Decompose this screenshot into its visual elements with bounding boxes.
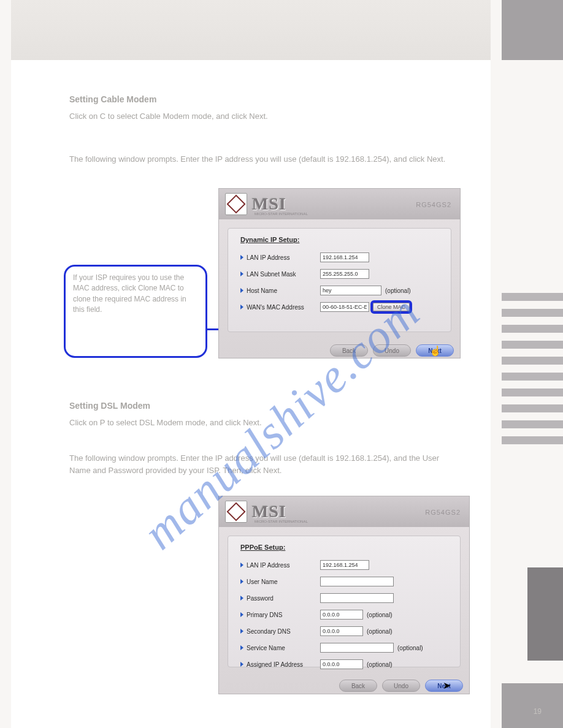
msi-logo-icon	[225, 193, 247, 215]
label-wan-mac: WAN's MAC Address	[247, 304, 320, 311]
bullet-icon	[240, 579, 243, 584]
label-user: User Name	[247, 578, 320, 585]
input-assigned[interactable]	[320, 659, 363, 669]
msi-brand-text: MSI	[252, 502, 286, 521]
input-user[interactable]	[320, 577, 394, 586]
input-subnet[interactable]	[320, 269, 369, 279]
stripe	[502, 389, 563, 396]
sidebar-top-block	[502, 0, 563, 60]
bullet-icon	[240, 596, 243, 601]
page-number: 19	[534, 707, 542, 716]
input-pdns[interactable]	[320, 610, 363, 620]
button-row: Back Undo Next	[219, 676, 469, 694]
clone-mac-button[interactable]: Clone MAC	[373, 303, 410, 311]
row-pdns: Primary DNS (optional)	[240, 609, 448, 620]
callout-text: If your ISP requires you to use the MAC …	[73, 273, 186, 314]
undo-button[interactable]: Undo	[382, 680, 420, 692]
optional-label: (optional)	[397, 645, 423, 651]
bullet-icon	[240, 288, 243, 293]
undo-button[interactable]: Undo	[373, 344, 411, 357]
bullet-icon	[240, 612, 243, 617]
bullet-icon	[240, 629, 243, 634]
row-user: User Name	[240, 576, 448, 587]
label-lan-ip: LAN IP Address	[247, 562, 320, 569]
bullet-icon	[240, 645, 243, 650]
pppoe-panel: PPPoE Setup: LAN IP Address User Name Pa…	[228, 536, 461, 667]
bullet-icon	[240, 271, 243, 276]
input-host[interactable]	[320, 286, 381, 295]
stripe	[502, 436, 563, 444]
optional-label: (optional)	[367, 612, 393, 618]
para-dsl-1: Click on P to select DSL Modem mode, and…	[69, 417, 462, 429]
optional-label: (optional)	[385, 287, 411, 294]
sidebar-dark-block	[527, 567, 563, 661]
back-button[interactable]: Back	[330, 344, 368, 357]
button-row: Back Undo Next	[219, 341, 460, 359]
stripe	[502, 357, 563, 365]
msi-subtitle: MICRO-STAR INTERNATIONAL	[255, 520, 308, 523]
msi-model-label: RG54GS2	[425, 509, 461, 516]
bullet-icon	[240, 563, 243, 567]
sidebar-bottom-block	[502, 683, 563, 728]
panel-title: Dynamic IP Setup:	[240, 236, 439, 243]
input-lan-ip[interactable]	[320, 560, 369, 570]
msi-header-bar: MSI MICRO-STAR INTERNATIONAL RG54GS2	[219, 496, 469, 527]
stripe	[502, 404, 563, 412]
para-cable-2: The following window prompts. Enter the …	[69, 153, 462, 165]
msi-brand-text: MSI	[252, 194, 286, 214]
header-strip	[11, 0, 491, 60]
heading-cable-modem: Setting Cable Modem	[69, 94, 156, 104]
row-host: Host Name (optional)	[240, 285, 439, 296]
label-pass: Password	[247, 595, 320, 602]
label-sdns: Secondary DNS	[247, 628, 320, 635]
sidebar-stripes	[502, 293, 563, 452]
row-assigned: Assigned IP Address (optional)	[240, 659, 448, 670]
next-button[interactable]: Next	[416, 344, 454, 357]
row-wan-mac: WAN's MAC Address Clone MAC	[240, 301, 439, 313]
label-svc: Service Name	[247, 645, 320, 651]
row-lan-ip: LAN IP Address	[240, 252, 439, 263]
dynamic-ip-panel: Dynamic IP Setup: LAN IP Address LAN Sub…	[228, 228, 451, 332]
optional-label: (optional)	[367, 628, 393, 635]
bullet-icon	[240, 255, 243, 260]
screenshot-dynamic-ip: MSI MICRO-STAR INTERNATIONAL RG54GS2 Dyn…	[218, 188, 461, 358]
input-wan-mac[interactable]	[320, 302, 369, 312]
label-host: Host Name	[247, 287, 320, 294]
next-button[interactable]: Next	[425, 680, 463, 692]
stripe	[502, 325, 563, 333]
input-sdns[interactable]	[320, 626, 363, 636]
msi-subtitle: MICRO-STAR INTERNATIONAL	[255, 212, 308, 216]
bullet-icon	[240, 305, 243, 309]
input-pass[interactable]	[320, 593, 394, 603]
label-pdns: Primary DNS	[247, 612, 320, 618]
panel-title: PPPoE Setup:	[240, 544, 448, 551]
label-lan-ip: LAN IP Address	[247, 254, 320, 261]
heading-dsl-modem: Setting DSL Modem	[69, 401, 150, 411]
input-lan-ip[interactable]	[320, 252, 369, 262]
row-lan-ip: LAN IP Address	[240, 559, 448, 571]
stripe	[502, 341, 563, 349]
msi-model-label: RG54GS2	[416, 201, 451, 208]
para-dsl-2: The following window prompts. Enter the …	[69, 452, 462, 477]
input-svc[interactable]	[320, 643, 394, 653]
msi-header-bar: MSI MICRO-STAR INTERNATIONAL RG54GS2	[219, 189, 460, 219]
stripe	[502, 420, 563, 428]
row-pass: Password	[240, 593, 448, 604]
row-svc: Service Name (optional)	[240, 642, 448, 653]
stripe	[502, 309, 563, 317]
label-subnet: LAN Subnet Mask	[247, 271, 320, 278]
row-subnet: LAN Subnet Mask	[240, 268, 439, 279]
sidebar	[502, 0, 563, 728]
stripe	[502, 293, 563, 301]
stripe	[502, 373, 563, 381]
label-assigned: Assigned IP Address	[247, 661, 320, 668]
back-button[interactable]: Back	[339, 680, 377, 692]
optional-label: (optional)	[367, 661, 393, 668]
msi-logo-icon	[225, 501, 247, 523]
row-sdns: Secondary DNS (optional)	[240, 626, 448, 637]
para-cable-1: Click on C to select Cable Modem mode, a…	[69, 110, 462, 123]
bullet-icon	[240, 662, 243, 667]
callout-box: If your ISP requires you to use the MAC …	[64, 265, 207, 358]
screenshot-pppoe: MSI MICRO-STAR INTERNATIONAL RG54GS2 PPP…	[218, 496, 470, 694]
